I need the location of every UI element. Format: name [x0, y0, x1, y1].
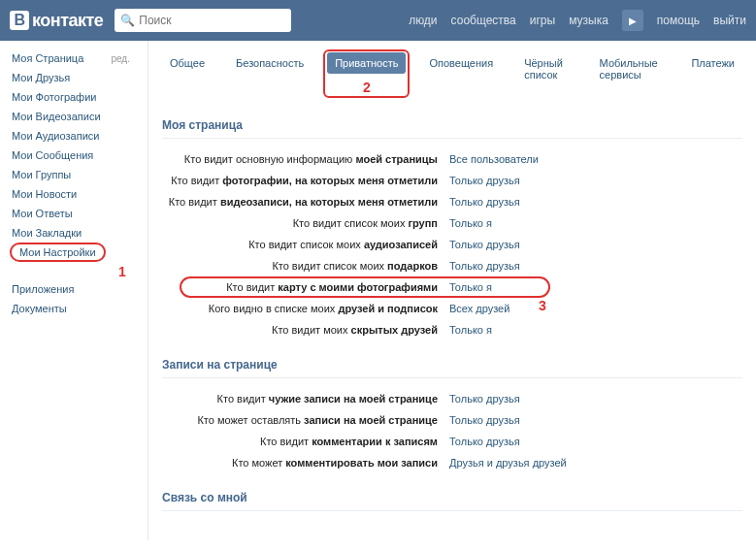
- setting-label: Кто видит фотографии, на которых меня от…: [162, 175, 449, 186]
- nav-people[interactable]: люди: [409, 14, 437, 27]
- setting-value[interactable]: Только друзья: [449, 393, 520, 405]
- setting-row: Кто может оставлять записи на моей стран…: [162, 409, 742, 431]
- setting-value[interactable]: Только я: [449, 217, 492, 229]
- tab-payments[interactable]: Платежи: [683, 52, 742, 74]
- header: Вконтакте 🔍 люди сообщества игры музыка …: [0, 0, 756, 41]
- nav-music[interactable]: музыка: [569, 14, 608, 27]
- setting-row: Кто видит основную информацию моей стран…: [162, 148, 742, 170]
- search-input[interactable]: [139, 14, 285, 27]
- tab-general[interactable]: Общее: [162, 52, 213, 74]
- setting-label: Кто видит видеозаписи, на которых меня о…: [162, 196, 449, 208]
- setting-row: Кто видит моих скрытых друзей Только я: [162, 319, 742, 340]
- sidebar-item-bookmarks[interactable]: Мои Закладки: [10, 223, 148, 243]
- setting-label: Кто видит список моих подарков: [162, 260, 449, 272]
- section-contact-title: Связь со мной: [162, 473, 742, 511]
- tab-blacklist[interactable]: Чёрный список: [516, 52, 575, 85]
- sidebar-item-my-page[interactable]: Моя Страница: [10, 49, 85, 68]
- setting-row: Кто может комментировать мои записи Друз…: [162, 452, 742, 473]
- nav-games[interactable]: игры: [530, 14, 555, 27]
- setting-value[interactable]: Только друзья: [449, 260, 520, 272]
- annotation-2: 2: [327, 80, 406, 95]
- setting-value[interactable]: Всех друзей: [449, 303, 509, 314]
- settings-tabs: Общее Безопасность Приватность 2 Оповеще…: [162, 41, 742, 101]
- tab-notifications[interactable]: Оповещения: [421, 52, 501, 74]
- sidebar-item-docs[interactable]: Документы: [10, 299, 148, 318]
- setting-row: Кто видит карту с моими фотографиями Тол…: [162, 276, 742, 298]
- setting-row: Кто видит чужие записи на моей странице …: [162, 388, 742, 409]
- setting-value[interactable]: Только друзья: [449, 414, 520, 426]
- setting-value[interactable]: Только я: [449, 324, 492, 336]
- main-content: Общее Безопасность Приватность 2 Оповеще…: [148, 41, 756, 540]
- sidebar: Моя Страница ред. Мои Друзья Мои Фотогра…: [0, 41, 148, 540]
- setting-value[interactable]: Только я: [449, 281, 492, 293]
- setting-row: Кто видит список моих подарков Только др…: [162, 255, 742, 276]
- setting-label: Кто видит список моих групп: [162, 217, 449, 229]
- annotation-1: 1: [118, 264, 148, 279]
- setting-row: Кто видит видеозаписи, на которых меня о…: [162, 191, 742, 212]
- setting-row: Кто видит список моих аудиозаписей Тольк…: [162, 234, 742, 255]
- sidebar-item-news[interactable]: Мои Новости: [10, 184, 148, 204]
- tab-mobile[interactable]: Мобильные сервисы: [592, 52, 669, 85]
- logo-text: контакте: [32, 11, 103, 31]
- setting-value[interactable]: Только друзья: [449, 175, 520, 186]
- logo-icon: В: [10, 11, 29, 30]
- section-wall-title: Записи на странице: [162, 340, 742, 378]
- setting-label: Кто видит чужие записи на моей странице: [162, 393, 449, 405]
- setting-value[interactable]: Все пользователи: [449, 153, 539, 165]
- sidebar-item-answers[interactable]: Мои Ответы: [10, 204, 148, 223]
- setting-label: Кто может комментировать мои записи: [162, 457, 449, 469]
- setting-value[interactable]: Только друзья: [449, 196, 520, 208]
- sidebar-item-photos[interactable]: Мои Фотографии: [10, 87, 148, 107]
- search-box[interactable]: 🔍: [115, 9, 291, 32]
- sidebar-item-apps[interactable]: Приложения: [10, 279, 148, 299]
- setting-value[interactable]: Только друзья: [449, 239, 520, 250]
- setting-label: Кто может оставлять записи на моей стран…: [162, 414, 449, 426]
- setting-value[interactable]: Только друзья: [449, 436, 520, 447]
- setting-row: Кого видно в списке моих друзей и подпис…: [162, 298, 742, 319]
- setting-label: Кто видит карту с моими фотографиями: [162, 281, 449, 293]
- sidebar-item-messages[interactable]: Мои Сообщения: [10, 146, 148, 165]
- setting-label: Кто видит моих скрытых друзей: [162, 324, 449, 336]
- setting-label: Кто видит список моих аудиозаписей: [162, 239, 449, 250]
- nav-help[interactable]: помощь: [657, 14, 700, 27]
- nav-logout[interactable]: выйти: [713, 14, 746, 27]
- play-icon[interactable]: ▶: [622, 10, 643, 31]
- setting-value[interactable]: Друзья и друзья друзей: [449, 457, 567, 469]
- sidebar-edit[interactable]: ред.: [111, 53, 130, 64]
- setting-row: Кто видит фотографии, на которых меня от…: [162, 170, 742, 191]
- sidebar-item-videos[interactable]: Мои Видеозаписи: [10, 107, 148, 126]
- setting-label: Кто видит комментарии к записям: [162, 436, 449, 447]
- sidebar-item-audio[interactable]: Мои Аудиозаписи: [10, 126, 148, 146]
- sidebar-item-friends[interactable]: Мои Друзья: [10, 68, 148, 87]
- logo[interactable]: Вконтакте: [10, 11, 103, 31]
- setting-row: Кто видит список моих групп Только я: [162, 212, 742, 234]
- setting-label: Кто видит основную информацию моей стран…: [162, 153, 449, 165]
- top-nav: люди сообщества игры музыка ▶ помощь вый…: [409, 10, 746, 31]
- sidebar-item-settings[interactable]: Мои Настройки: [19, 246, 96, 258]
- tab-security[interactable]: Безопасность: [228, 52, 312, 74]
- setting-row: Кто видит комментарии к записям Только д…: [162, 431, 742, 452]
- tab-privacy[interactable]: Приватность: [327, 52, 406, 74]
- sidebar-item-groups[interactable]: Мои Группы: [10, 165, 148, 184]
- nav-communities[interactable]: сообщества: [451, 14, 516, 27]
- search-icon: 🔍: [120, 14, 135, 27]
- section-my-page-title: Моя страница: [162, 101, 742, 139]
- setting-label: Кого видно в списке моих друзей и подпис…: [162, 303, 449, 314]
- annotation-highlight-settings: Мои Настройки: [10, 243, 106, 262]
